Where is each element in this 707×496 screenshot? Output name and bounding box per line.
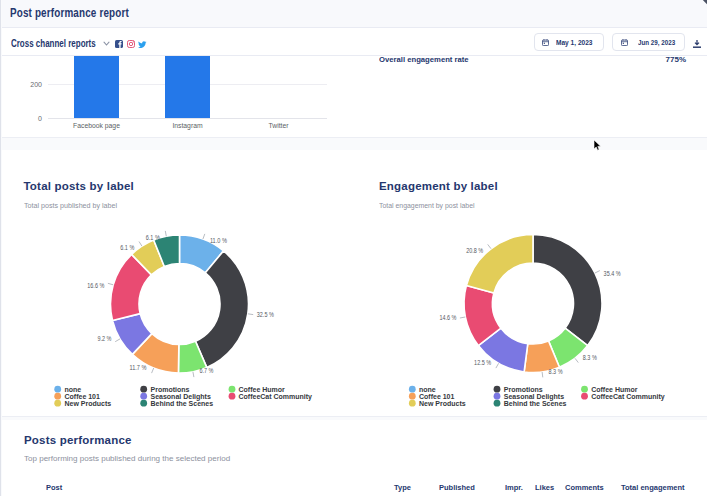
svg-text:Promotions: Promotions xyxy=(504,386,543,393)
svg-text:14.6 %: 14.6 % xyxy=(439,314,456,321)
svg-text:20.8 %: 20.8 % xyxy=(466,247,483,254)
svg-text:35.4 %: 35.4 % xyxy=(604,270,621,277)
svg-text:8.3 %: 8.3 % xyxy=(583,354,597,361)
svg-text:CoffeeCat Community: CoffeeCat Community xyxy=(239,393,313,401)
svg-text:Promotions: Promotions xyxy=(151,386,190,393)
svg-text:9.2 %: 9.2 % xyxy=(97,335,111,342)
svg-text:Behind the Scenes: Behind the Scenes xyxy=(504,400,567,407)
svg-text:32.5 %: 32.5 % xyxy=(257,311,274,318)
svg-text:none: none xyxy=(419,386,436,393)
svg-text:16.6 %: 16.6 % xyxy=(87,282,104,289)
svg-text:none: none xyxy=(65,386,82,393)
svg-text:Coffee Humor: Coffee Humor xyxy=(591,386,638,393)
svg-text:12.5 %: 12.5 % xyxy=(474,359,491,366)
svg-text:11.0 %: 11.0 % xyxy=(210,237,227,244)
svg-text:CoffeeCat Community: CoffeeCat Community xyxy=(591,393,665,401)
svg-text:Coffee Humor: Coffee Humor xyxy=(239,386,286,393)
svg-text:New Products: New Products xyxy=(419,400,466,407)
svg-text:New Products: New Products xyxy=(65,400,112,407)
svg-text:6.1 %: 6.1 % xyxy=(120,244,134,251)
svg-text:8.3 %: 8.3 % xyxy=(549,368,563,375)
svg-text:Coffee 101: Coffee 101 xyxy=(65,393,101,400)
svg-text:6.7 %: 6.7 % xyxy=(199,367,213,374)
svg-text:Behind the Scenes: Behind the Scenes xyxy=(151,400,214,407)
svg-text:11.7 %: 11.7 % xyxy=(130,364,147,371)
svg-text:6.1 %: 6.1 % xyxy=(146,234,160,241)
svg-text:Coffee 101: Coffee 101 xyxy=(419,393,455,400)
